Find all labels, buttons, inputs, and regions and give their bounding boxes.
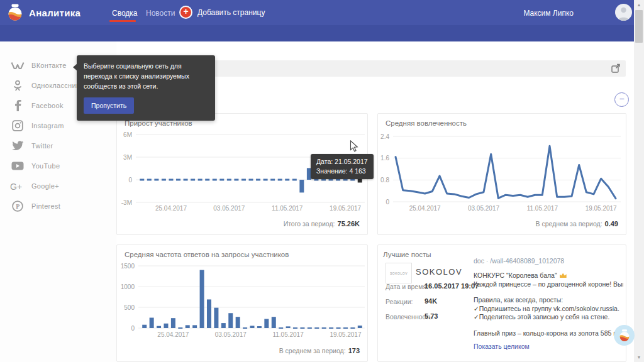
svg-text:25.04.2017: 25.04.2017 <box>155 205 187 212</box>
header: Аналитика Сводка Новости + Добавить стра… <box>0 0 644 25</box>
avatar[interactable] <box>615 4 632 21</box>
collapse-section-button[interactable]: − <box>614 92 629 107</box>
active-tab-underline <box>109 20 136 22</box>
chart-average: В среднем за период:0.49 <box>536 220 618 228</box>
svg-text:1000: 1000 <box>121 283 135 290</box>
svg-text:03.05.2017: 03.05.2017 <box>213 205 245 212</box>
user-menu[interactable]: Максим Липко <box>523 9 574 18</box>
onboarding-tooltip: Выберите социальную сеть для перехода к … <box>77 55 215 121</box>
field-value: 94K <box>425 297 437 305</box>
sidebar-item-twitter[interactable]: Twitter <box>0 136 116 156</box>
chart-average: В среднем за период:173 <box>279 347 360 354</box>
post-link[interactable]: doc · /wall-46408089_1012078 <box>474 257 564 265</box>
analytics-dashboard: Аналитика Сводка Новости + Добавить стра… <box>0 0 644 362</box>
svg-text:0: 0 <box>128 177 132 184</box>
reply-frequency-chart[interactable]: 15001000500025.04.201703.05.201711.05.20… <box>117 260 367 356</box>
svg-text:3M: 3M <box>123 154 132 161</box>
avg-engagement-chart[interactable]: 2.41.60.8025.04.201703.05.201711.05.2017… <box>378 114 626 216</box>
field-label: Реакции: <box>386 298 413 305</box>
show-full-post-link[interactable]: Показать целиком <box>474 343 530 350</box>
pinterest-icon: P <box>10 200 25 212</box>
svg-text:11.05.2017: 11.05.2017 <box>272 205 303 212</box>
crown-emoji-icon <box>560 273 567 278</box>
svg-text:-3M: -3M <box>121 199 132 206</box>
svg-text:11.05.2017: 11.05.2017 <box>272 331 304 338</box>
chart-card-reply-frequency: Средняя частота ответов на запросы участ… <box>116 244 368 362</box>
svg-text:P: P <box>16 203 19 210</box>
svg-text:19.05.2017: 19.05.2017 <box>330 205 361 212</box>
onboarding-tooltip-text: Выберите социальную сеть для перехода к … <box>84 62 189 90</box>
twitter-icon <box>10 141 25 151</box>
field-value: 16.05.2017 19:07 <box>425 282 479 290</box>
chart-total: Итого за период:75.26K <box>284 220 360 228</box>
post-text: КОНКУРС "Королева бала" Каждой принцессе… <box>474 272 623 337</box>
support-widget-button[interactable] <box>614 325 635 346</box>
scroll-down-arrow[interactable]: ▼ <box>634 355 644 359</box>
svg-text:6M: 6M <box>123 131 132 138</box>
sidebar-item-youtube[interactable]: YouTube <box>0 156 116 176</box>
tab-novosti[interactable]: Новости <box>146 9 175 18</box>
sidebar-item-pinterest[interactable]: P Pinterest <box>0 196 116 216</box>
field-label: Дата и время: <box>386 283 428 290</box>
svg-text:19.05.2017: 19.05.2017 <box>330 331 361 338</box>
svg-text:1.6: 1.6 <box>380 155 389 162</box>
tab-svodka[interactable]: Сводка <box>112 9 138 18</box>
subheader: 21.04.2017 – 21.05.2017 <box>0 25 644 41</box>
mouse-cursor-icon <box>350 140 358 155</box>
export-icon[interactable] <box>611 63 621 75</box>
youtube-icon <box>10 162 25 170</box>
plus-icon: + <box>179 6 192 19</box>
svg-text:19.05.2017: 19.05.2017 <box>586 205 617 212</box>
app-logo-jar-icon[interactable] <box>6 4 24 21</box>
add-page-button[interactable]: + Добавить страницу <box>179 6 265 19</box>
best-posts-title: Лучшие посты <box>383 251 431 258</box>
scrollbar-thumb[interactable] <box>635 10 643 43</box>
chart-hover-tooltip: Дата: 21.05.2017 Значение: 4 163 <box>311 154 374 179</box>
sidebar-item-googleplus[interactable]: G+ Google+ <box>0 176 116 196</box>
best-posts-card: Лучшие посты SOKOLOV SOKOLOV Дата и врем… <box>377 244 626 362</box>
svg-text:G+: G+ <box>10 182 22 191</box>
svg-text:2.4: 2.4 <box>380 133 389 140</box>
odnoklassniki-icon <box>10 80 25 91</box>
svg-text:0.8: 0.8 <box>380 177 389 184</box>
svg-text:03.05.2017: 03.05.2017 <box>468 205 499 212</box>
svg-text:1500: 1500 <box>121 263 135 270</box>
community-logo: SOKOLOV <box>386 263 412 283</box>
instagram-icon <box>10 120 25 131</box>
svg-text:0: 0 <box>131 325 135 332</box>
googleplus-icon: G+ <box>10 182 25 191</box>
field-value: 5.73 <box>425 312 438 320</box>
vk-icon <box>10 61 25 70</box>
svg-text:11.05.2017: 11.05.2017 <box>527 205 558 212</box>
skip-button[interactable]: Пропустить <box>84 97 134 114</box>
svg-text:500: 500 <box>124 304 135 311</box>
svg-text:03.05.2017: 03.05.2017 <box>215 331 247 338</box>
chart-title: Средняя частота ответов на запросы участ… <box>125 251 289 258</box>
svg-text:0: 0 <box>386 199 389 206</box>
svg-text:25.04.2017: 25.04.2017 <box>409 205 441 212</box>
svg-text:25.04.2017: 25.04.2017 <box>157 331 189 338</box>
facebook-icon <box>10 100 25 111</box>
community-name: SOKOLOV <box>416 267 462 277</box>
chart-card-avg-engagement: Средняя вовлеченность 2.41.60.8025.04.20… <box>377 113 626 235</box>
chart-card-member-growth: Прирост участников 6M3M0-3M25.04.201703.… <box>116 113 368 235</box>
page-title: Аналитика <box>29 8 80 18</box>
vertical-scrollbar[interactable]: ▲ ▼ <box>634 0 644 362</box>
scroll-up-arrow[interactable]: ▲ <box>634 3 644 7</box>
